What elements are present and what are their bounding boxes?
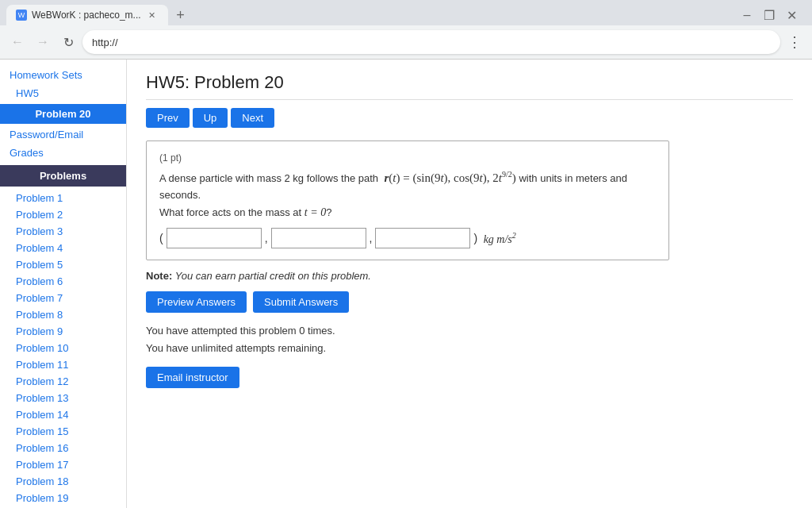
- page-title: HW5: Problem 20: [146, 72, 793, 100]
- answer-input-2[interactable]: [271, 228, 366, 248]
- problem-box: (1 pt) A dense particle with mass 2 kg f…: [146, 140, 669, 260]
- back-button[interactable]: ←: [6, 31, 29, 53]
- sidebar-problem-9[interactable]: Problem 9: [0, 323, 126, 340]
- tab-favicon: W: [16, 10, 27, 21]
- sidebar-problem-15[interactable]: Problem 15: [0, 423, 126, 440]
- sidebar-password-email[interactable]: Password/Email: [0, 125, 126, 144]
- attempt-line-2: You have unlimited attempts remaining.: [146, 340, 793, 357]
- sidebar-problem-16[interactable]: Problem 16: [0, 440, 126, 456]
- sidebar-problem-3[interactable]: Problem 3: [0, 223, 126, 240]
- attempt-info: You have attempted this problem 0 times.…: [146, 322, 793, 357]
- sidebar-grades[interactable]: Grades: [0, 144, 126, 162]
- tab-bar: W WeBWorK : pacheco_m... ✕ + – ❐ ✕: [0, 0, 812, 25]
- sidebar-problem-13[interactable]: Problem 13: [0, 390, 126, 406]
- sidebar-active-problem[interactable]: Problem 20: [0, 104, 126, 124]
- new-tab-button[interactable]: +: [171, 6, 190, 25]
- active-tab[interactable]: W WeBWorK : pacheco_m... ✕: [6, 5, 168, 25]
- sidebar-homework-sets[interactable]: Homework Sets: [0, 66, 126, 84]
- sidebar-problem-14[interactable]: Problem 14: [0, 406, 126, 423]
- sidebar-problem-8[interactable]: Problem 8: [0, 306, 126, 323]
- maximize-button[interactable]: ❐: [761, 7, 777, 23]
- up-button[interactable]: Up: [193, 108, 228, 128]
- note-label: Note:: [146, 270, 172, 282]
- sidebar-problem-2[interactable]: Problem 2: [0, 206, 126, 223]
- answer-open-paren: (: [159, 232, 163, 244]
- main-content: HW5: Problem 20 Prev Up Next (1 pt) A de…: [127, 60, 812, 508]
- problem-desc-text: A dense particle with mass 2 kg follows …: [159, 172, 378, 184]
- sidebar-problem-18[interactable]: Problem 18: [0, 473, 126, 490]
- nav-bar: ← → ↻ ⋮: [0, 25, 812, 59]
- sidebar-problem-17[interactable]: Problem 17: [0, 456, 126, 473]
- answer-row: ( , , ) kg m/s2: [159, 228, 656, 248]
- submit-answers-button[interactable]: Submit Answers: [253, 291, 349, 313]
- answer-input-3[interactable]: [375, 228, 470, 248]
- sidebar-problem-11[interactable]: Problem 11: [0, 356, 126, 373]
- forward-button[interactable]: →: [32, 31, 54, 53]
- answer-input-1[interactable]: [167, 228, 262, 248]
- sidebar-problem-4[interactable]: Problem 4: [0, 240, 126, 256]
- sidebar-hw5[interactable]: HW5: [0, 84, 126, 102]
- prev-button[interactable]: Prev: [146, 108, 190, 128]
- problems-header: Problems: [0, 165, 126, 187]
- page-layout: Homework Sets HW5 Problem 20 Password/Em…: [0, 60, 812, 508]
- preview-answers-button[interactable]: Preview Answers: [146, 291, 247, 313]
- sidebar-problem-7[interactable]: Problem 7: [0, 290, 126, 306]
- formula-r: r(t) = (sin(9t), cos(9t), 2t9/2): [381, 171, 519, 184]
- problem-links-container: Problem 1Problem 2Problem 3Problem 4Prob…: [0, 190, 126, 508]
- answer-close-paren: ): [473, 232, 477, 244]
- problem-points: (1 pt): [159, 152, 656, 164]
- attempt-line-1: You have attempted this problem 0 times.: [146, 322, 793, 340]
- problem-question: What force acts on the mass at t = 0?: [159, 206, 331, 218]
- minimize-button[interactable]: –: [739, 7, 755, 23]
- nav-buttons: Prev Up Next: [146, 108, 793, 128]
- answer-dot-2: ,: [370, 232, 373, 244]
- note-content: You can earn partial credit on this prob…: [175, 270, 371, 282]
- menu-button[interactable]: ⋮: [783, 31, 806, 53]
- sidebar-problem-1[interactable]: Problem 1: [0, 190, 126, 206]
- address-bar[interactable]: [82, 30, 780, 54]
- browser-chrome: W WeBWorK : pacheco_m... ✕ + – ❐ ✕ ← → ↻…: [0, 0, 812, 60]
- sidebar-problem-6[interactable]: Problem 6: [0, 273, 126, 290]
- note: Note: You can earn partial credit on thi…: [146, 270, 793, 282]
- tab-title: WeBWorK : pacheco_m...: [32, 10, 141, 21]
- next-button[interactable]: Next: [231, 108, 274, 128]
- sidebar-problem-12[interactable]: Problem 12: [0, 373, 126, 390]
- tab-close-button[interactable]: ✕: [146, 9, 159, 21]
- action-buttons: Preview Answers Submit Answers: [146, 291, 793, 313]
- sidebar-problem-5[interactable]: Problem 5: [0, 256, 126, 273]
- reload-button[interactable]: ↻: [57, 31, 79, 53]
- close-window-button[interactable]: ✕: [783, 7, 799, 23]
- sidebar: Homework Sets HW5 Problem 20 Password/Em…: [0, 60, 127, 508]
- email-instructor-button[interactable]: Email instructor: [146, 367, 239, 388]
- sidebar-problem-19[interactable]: Problem 19: [0, 490, 126, 506]
- window-controls: – ❐ ✕: [739, 7, 806, 23]
- unit-label: kg m/s2: [481, 231, 516, 246]
- answer-dot-1: ,: [265, 232, 268, 244]
- problem-description: A dense particle with mass 2 kg follows …: [159, 168, 656, 221]
- sidebar-problem-10[interactable]: Problem 10: [0, 340, 126, 356]
